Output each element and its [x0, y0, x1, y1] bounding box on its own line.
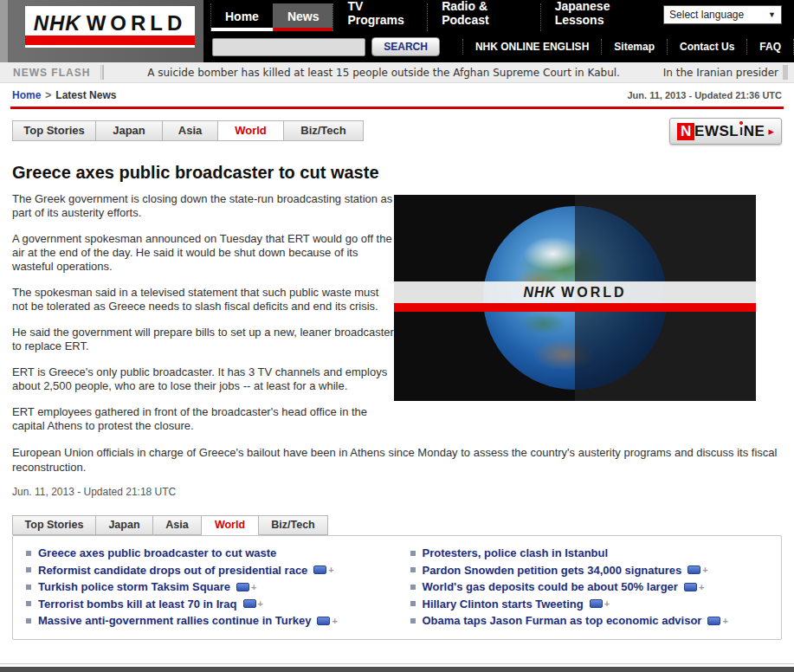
red-divider-rule: [10, 107, 784, 109]
page-updated-timestamp: Jun. 11, 2013 - Updated 21:36 UTC: [627, 90, 782, 100]
header-search-row: SEARCH NHK ONLINE ENGLISH Sitemap Contac…: [203, 31, 794, 62]
nav-home-label: Home: [211, 4, 273, 28]
nav-news-underline: [274, 28, 333, 31]
related-news-list: Greece axes public broadcaster to cut wa…: [12, 535, 782, 640]
video-icon: [707, 617, 720, 625]
article-paragraph: ERT is Greece's only public broadcaster.…: [12, 365, 394, 393]
nav-radio-label: Radio & Podcast: [428, 0, 539, 31]
link-faq[interactable]: FAQ: [746, 39, 794, 55]
category-tabs: Top Stories Japan Asia World Biz/Tech: [12, 120, 364, 141]
related-news-tabs-row: Top Stories Japan Asia World Biz/Tech: [12, 515, 782, 535]
article-headline: Greece axes public broadcaster to cut wa…: [12, 163, 782, 183]
newsline-text-2: NE: [744, 123, 765, 140]
news-list-item[interactable]: Hillary Clinton starts Tweeting +: [410, 596, 782, 613]
banner-nhk-text: NHK: [523, 285, 556, 300]
tab-biz-tech[interactable]: Biz/Tech: [284, 120, 364, 141]
breadcrumb-current: Latest News: [55, 89, 116, 101]
ticker-item-next[interactable]: In the Iranian presider: [663, 67, 778, 79]
article-paragraph: The Greek government is closing down the…: [12, 192, 394, 220]
nhk-world-logo[interactable]: NHKWORLD: [25, 6, 195, 48]
nav-news-label: News: [274, 4, 333, 28]
nhk-world-logo-text: NHKWORLD: [25, 6, 195, 36]
news-link[interactable]: Reformist candidate drops out of preside…: [38, 564, 307, 577]
news-list-right-column: Protesters, police clash in Istanbul Par…: [397, 545, 782, 630]
bullet-icon: [410, 618, 416, 624]
news-link[interactable]: Terrorist bombs kill at least 70 in Iraq: [38, 598, 237, 611]
news-list-item[interactable]: Pardon Snowden petition gets 34,000 sign…: [410, 562, 782, 579]
plus-icon: +: [722, 616, 727, 626]
tab-asia[interactable]: Asia: [153, 515, 202, 535]
logo-world-text: WORLD: [87, 11, 187, 35]
bullet-icon: [410, 567, 416, 572]
ticker-item-current[interactable]: A suicide bomber has killed at least 15 …: [104, 67, 662, 79]
tab-world[interactable]: World: [218, 120, 284, 141]
article-body: The Greek government is closing down the…: [12, 192, 782, 433]
news-list-item[interactable]: Terrorist bombs kill at least 70 in Iraq…: [26, 596, 397, 613]
site-header: NHKWORLD Home News TV Programs: [0, 0, 794, 62]
tab-world[interactable]: World: [202, 515, 259, 535]
news-link[interactable]: Protesters, police clash in Istanbul: [423, 546, 609, 559]
link-nhk-online-english[interactable]: NHK ONLINE ENGLISH: [462, 39, 601, 55]
news-flash-bar: NEWS FLASH A suicide bomber has killed a…: [0, 62, 794, 83]
header-logo-area: NHKWORLD: [0, 0, 203, 62]
link-contact-us[interactable]: Contact Us: [667, 39, 746, 55]
tab-japan[interactable]: Japan: [96, 515, 153, 535]
news-flash-label: NEWS FLASH: [0, 67, 90, 79]
news-link[interactable]: Greece axes public broadcaster to cut wa…: [38, 546, 276, 559]
plus-icon: +: [604, 598, 610, 609]
image-red-stripe: [394, 303, 756, 312]
search-input[interactable]: [212, 38, 365, 56]
article-closing-paragraph: European Union officials in charge of Gr…: [12, 445, 782, 475]
nav-item-radio-podcast[interactable]: Radio & Podcast: [427, 3, 539, 31]
bottom-border-bar: [0, 667, 794, 672]
tab-biz-tech[interactable]: Biz/Tech: [259, 515, 328, 535]
newsline-red-dot: [739, 121, 743, 125]
news-link[interactable]: Hillary Clinton starts Tweeting: [423, 598, 584, 611]
language-select-value: Select language: [669, 9, 744, 21]
image-nhk-world-banner: NHK WORLD: [394, 281, 756, 303]
news-link[interactable]: Obama taps Jason Furman as top economic …: [423, 614, 702, 627]
video-icon: [590, 599, 603, 608]
nav-item-tv-programs[interactable]: TV Programs: [332, 3, 427, 31]
plus-icon: +: [251, 582, 256, 592]
plus-icon: +: [332, 616, 337, 626]
article-paragraph: A government spokesman announced on Tues…: [12, 232, 394, 274]
logo-red-bar: [25, 36, 195, 45]
nav-item-news[interactable]: News: [273, 3, 333, 31]
nav-home-underline: [211, 28, 273, 31]
breadcrumb-home-link[interactable]: Home: [12, 89, 41, 101]
news-list-item[interactable]: Greece axes public broadcaster to cut wa…: [26, 545, 397, 562]
video-icon: [236, 583, 249, 591]
tab-asia[interactable]: Asia: [163, 120, 218, 141]
news-list-item[interactable]: World's gas deposits could be about 50% …: [410, 578, 782, 596]
tab-japan[interactable]: Japan: [96, 120, 163, 141]
nav-item-home[interactable]: Home: [210, 3, 273, 31]
tab-top-stories[interactable]: Top Stories: [12, 120, 96, 141]
video-icon: [687, 565, 700, 574]
logo-nhk-text: NHK: [34, 11, 81, 35]
language-select-dropdown[interactable]: Select language ▼: [663, 5, 782, 24]
news-link[interactable]: Turkish police storm Taksim Square: [38, 580, 230, 593]
newsline-button[interactable]: N EWSL I NE ▸: [669, 118, 782, 145]
utility-links: NHK ONLINE ENGLISH Sitemap Contact Us FA…: [462, 39, 794, 55]
nav-item-japanese-lessons[interactable]: Japanese Lessons: [540, 3, 663, 31]
newsline-dotted-i: I: [739, 125, 744, 138]
news-list-item[interactable]: Massive anti-government rallies continue…: [26, 612, 397, 630]
nav-lessons-label: Japanese Lessons: [541, 0, 663, 31]
news-link[interactable]: Pardon Snowden petition gets 34,000 sign…: [423, 564, 682, 577]
article-paragraph: He said the government will prepare bill…: [12, 326, 394, 353]
nav-tv-label: TV Programs: [333, 0, 427, 31]
news-list-item[interactable]: Obama taps Jason Furman as top economic …: [410, 612, 782, 630]
news-list-item[interactable]: Turkish police storm Taksim Square +: [26, 578, 397, 596]
bullet-icon: [410, 585, 416, 590]
news-list-item[interactable]: Reformist candidate drops out of preside…: [26, 562, 397, 579]
link-sitemap[interactable]: Sitemap: [601, 39, 667, 55]
bullet-icon: [26, 551, 31, 556]
category-toolbar: Top Stories Japan Asia World Biz/Tech N …: [12, 120, 782, 145]
news-link[interactable]: Massive anti-government rallies continue…: [38, 614, 311, 627]
tab-top-stories[interactable]: Top Stories: [12, 515, 96, 535]
ticker-end-bar: [783, 65, 788, 80]
news-link[interactable]: World's gas deposits could be about 50% …: [423, 580, 678, 593]
search-button[interactable]: SEARCH: [371, 37, 440, 56]
news-list-item[interactable]: Protesters, police clash in Istanbul: [410, 545, 782, 562]
